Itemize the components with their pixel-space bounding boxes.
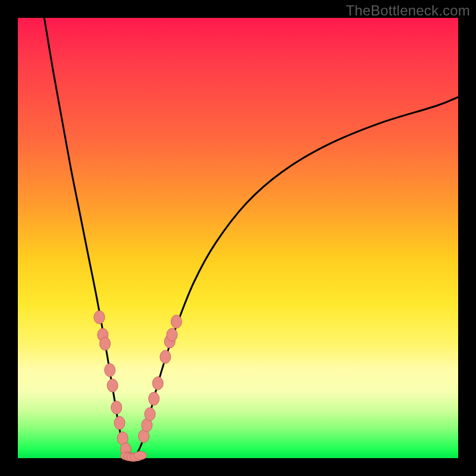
plot-area [18, 18, 458, 458]
watermark-text: TheBottleneck.com [346, 2, 470, 19]
outer-frame: TheBottleneck.com [0, 0, 476, 476]
marker-left-3 [105, 364, 115, 377]
marker-right-2 [145, 408, 155, 421]
marker-right-5 [160, 350, 171, 364]
marker-right-3 [149, 392, 159, 405]
marker-left-2 [100, 337, 111, 350]
curve-left-branch [44, 18, 132, 458]
marker-right-8 [171, 315, 181, 328]
marker-left-6 [114, 416, 125, 430]
marker-left-4 [107, 379, 118, 392]
marker-right-4 [152, 377, 163, 390]
marker-right-7 [167, 328, 177, 342]
marker-bottom-4 [134, 452, 147, 460]
curve-right-branch [132, 97, 458, 458]
marker-left-5 [111, 401, 122, 414]
marker-left-0 [94, 311, 105, 324]
curve-layer [18, 18, 458, 458]
